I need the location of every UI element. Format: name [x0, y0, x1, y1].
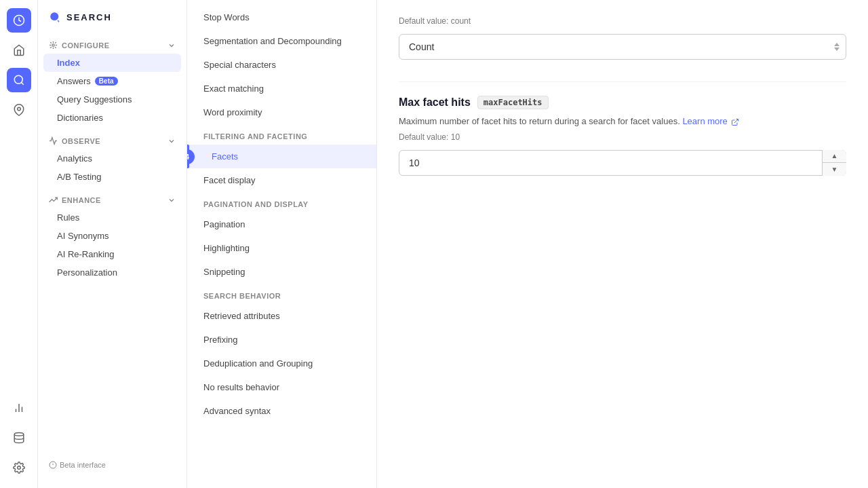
svg-point-8	[17, 466, 20, 470]
sidebar-item-personalization[interactable]: Personalization	[43, 263, 181, 282]
sidebar-item-ai-synonyms[interactable]: AI Synonyms	[43, 227, 181, 245]
sort-default-value: count	[451, 16, 471, 26]
nav-special-characters[interactable]: Special characters	[187, 53, 376, 77]
enhance-header[interactable]: ENHANCE	[43, 191, 181, 208]
sidebar-configure-section: CONFIGURE Index Answers Beta Query Sugge…	[38, 37, 186, 127]
observe-label: OBSERVE	[62, 137, 100, 145]
max-facet-hits-input-wrapper: ▲ ▼	[399, 150, 846, 176]
sidebar-item-ai-reranking[interactable]: AI Re-Ranking	[43, 245, 181, 263]
nav-segmentation[interactable]: Segmentation and Decompounding	[187, 29, 376, 53]
nav-word-proximity[interactable]: Word proximity	[187, 100, 376, 124]
svg-point-1	[14, 75, 22, 83]
svg-rect-10	[57, 20, 59, 22]
main-content: Default value: count Count Alpha None Ma…	[377, 0, 868, 488]
nav-highlighting[interactable]: Highlighting	[187, 236, 376, 260]
nav-search-section: SEARCH BEHAVIOR	[187, 284, 376, 304]
enhance-label: ENHANCE	[62, 196, 101, 204]
sidebar-item-ab-testing[interactable]: A/B Testing	[43, 168, 181, 186]
max-facet-hits-input[interactable]	[399, 150, 846, 176]
nav-prefixing[interactable]: Prefixing	[187, 328, 376, 352]
max-facet-hits-title-row: Max facet hits maxFacetHits	[399, 96, 846, 109]
sort-by-select-wrapper: Count Alpha None	[399, 34, 846, 60]
nav-pagination[interactable]: Pagination	[187, 212, 376, 236]
icon-bar-chart[interactable]	[7, 396, 31, 420]
sidebar: SEARCH CONFIGURE Index Answers Beta Quer…	[38, 0, 187, 488]
divider-1	[399, 81, 846, 82]
sort-default-label: Default value: count	[399, 16, 846, 26]
facets-badge: 4	[187, 149, 195, 164]
icon-bar-home[interactable]	[7, 38, 31, 62]
svg-point-7	[14, 433, 24, 436]
max-facet-hits-section: Max facet hits maxFacetHits Maximum numb…	[399, 96, 846, 176]
nav-stop-words[interactable]: Stop Words	[187, 5, 376, 29]
svg-point-11	[52, 44, 54, 46]
configure-label: CONFIGURE	[62, 41, 110, 50]
svg-point-9	[50, 12, 58, 20]
nav-panel: Stop Words Segmentation and Decompoundin…	[187, 0, 377, 488]
icon-bar-database[interactable]	[7, 426, 31, 450]
nav-snippeting[interactable]: Snippeting	[187, 260, 376, 284]
sidebar-item-rules[interactable]: Rules	[43, 208, 181, 227]
nav-no-results[interactable]: No results behavior	[187, 375, 376, 399]
number-arrows: ▲ ▼	[822, 150, 846, 176]
svg-point-3	[17, 107, 20, 111]
max-facet-hits-desc: Maximum number of facet hits to return d…	[399, 115, 846, 128]
nav-exact-matching[interactable]: Exact matching	[187, 77, 376, 100]
icon-bar-clock[interactable]	[7, 8, 31, 33]
max-facet-hits-default: Default value: 10	[399, 132, 846, 142]
number-increment-btn[interactable]: ▲	[823, 150, 846, 164]
max-facet-hits-code: maxFacetHits	[477, 96, 549, 109]
observe-header[interactable]: OBSERVE	[43, 132, 181, 149]
beta-label: Beta interface	[60, 461, 106, 469]
nav-deduplication[interactable]: Deduplication and Grouping	[187, 352, 376, 375]
nav-facets[interactable]: 4 Facets	[187, 145, 376, 168]
nav-facet-display[interactable]: Facet display	[187, 168, 376, 192]
svg-line-2	[21, 82, 23, 84]
app-logo: SEARCH	[38, 11, 186, 37]
sort-by-section: Default value: count Count Alpha None	[399, 16, 846, 60]
app-name: SEARCH	[66, 12, 112, 22]
nav-filtering-section: FILTERING AND FACETING	[187, 124, 376, 145]
icon-bar-pin[interactable]	[7, 98, 31, 122]
sidebar-item-answers[interactable]: Answers Beta	[43, 72, 181, 90]
number-decrement-btn[interactable]: ▼	[823, 163, 846, 176]
sidebar-observe-section: OBSERVE Analytics A/B Testing	[38, 132, 186, 186]
sort-by-select[interactable]: Count Alpha None	[399, 34, 846, 60]
icon-bar	[0, 0, 38, 488]
configure-header[interactable]: CONFIGURE	[43, 37, 181, 54]
nav-pagination-section: PAGINATION AND DISPLAY	[187, 192, 376, 212]
sidebar-item-analytics[interactable]: Analytics	[43, 149, 181, 168]
beta-interface-footer[interactable]: Beta interface	[38, 453, 186, 477]
sidebar-item-dictionaries[interactable]: Dictionaries	[43, 109, 181, 127]
answers-badge: Beta	[95, 77, 118, 86]
max-facet-hits-title: Max facet hits	[399, 96, 471, 109]
sidebar-enhance-section: ENHANCE Rules AI Synonyms AI Re-Ranking …	[38, 191, 186, 282]
icon-bar-gear[interactable]	[7, 455, 31, 480]
sidebar-item-query-suggestions[interactable]: Query Suggestions	[43, 90, 181, 109]
sidebar-item-index[interactable]: Index	[43, 54, 181, 72]
icon-bar-search[interactable]	[7, 68, 31, 92]
nav-retrieved-attributes[interactable]: Retrieved attributes	[187, 304, 376, 328]
learn-more-link[interactable]: Learn more	[682, 116, 739, 126]
nav-advanced-syntax[interactable]: Advanced syntax	[187, 399, 376, 423]
svg-line-15	[734, 119, 738, 123]
icon-bar-bottom	[7, 396, 31, 480]
